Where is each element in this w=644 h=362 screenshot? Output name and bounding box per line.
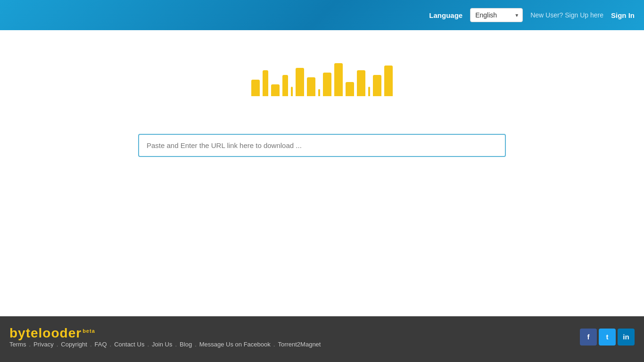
- footer-left: bytelooderbeta Terms . Privacy . Copyrig…: [9, 326, 321, 348]
- footer-dot-3: .: [90, 341, 92, 348]
- language-dropdown-wrapper[interactable]: English Spanish French German Portuguese…: [470, 8, 523, 22]
- footer-dot-2: .: [57, 341, 58, 348]
- footer-link-faq[interactable]: FAQ: [95, 341, 107, 348]
- site-header: Language English Spanish French German P…: [0, 0, 644, 30]
- logo-bar-9: [323, 73, 331, 96]
- footer-links: Terms . Privacy . Copyright . FAQ . Cont…: [9, 341, 321, 348]
- logo-bar-15: [384, 66, 393, 96]
- logo-bar-1: [251, 80, 260, 96]
- logo-animation: [9, 58, 635, 96]
- footer-dot-5: .: [147, 341, 149, 348]
- site-footer: bytelooderbeta Terms . Privacy . Copyrig…: [0, 316, 644, 362]
- logo-bar-7: [307, 77, 315, 96]
- url-input[interactable]: [138, 134, 506, 157]
- logo-bar-13: [368, 87, 370, 96]
- footer-link-privacy[interactable]: Privacy: [33, 341, 54, 348]
- footer-bottom-row: bytelooderbeta Terms . Privacy . Copyrig…: [9, 326, 635, 348]
- footer-link-blog[interactable]: Blog: [180, 341, 192, 348]
- logo-bars: [250, 58, 394, 96]
- footer-link-torrent2magnet[interactable]: Torrent2Magnet: [278, 341, 321, 348]
- logo-bar-11: [346, 82, 354, 96]
- footer-dot-4: .: [110, 341, 112, 348]
- language-select[interactable]: English Spanish French German Portuguese: [470, 8, 523, 22]
- footer-dot-6: .: [175, 341, 177, 348]
- footer-link-facebook-message[interactable]: Message Us on Facebook: [199, 341, 271, 348]
- signin-link[interactable]: Sign In: [611, 11, 635, 19]
- logo-bar-14: [373, 75, 381, 96]
- logo-bar-4: [282, 75, 288, 96]
- url-input-wrapper: [138, 134, 506, 157]
- main-content: [0, 30, 644, 316]
- logo-bar-6: [296, 68, 304, 96]
- logo-bar-5: [291, 87, 293, 96]
- footer-link-contact[interactable]: Contact Us: [114, 341, 144, 348]
- footer-social: f t in: [580, 329, 635, 346]
- facebook-social-button[interactable]: f: [580, 329, 597, 346]
- footer-dot-7: .: [195, 341, 197, 348]
- language-label: Language: [429, 11, 462, 19]
- logo-bar-2: [263, 70, 268, 96]
- footer-link-join[interactable]: Join Us: [152, 341, 172, 348]
- logo-bar-3: [271, 84, 280, 96]
- footer-link-copyright[interactable]: Copyright: [61, 341, 87, 348]
- logo-bar-8: [318, 89, 320, 96]
- logo-bar-12: [357, 70, 365, 96]
- linkedin-social-button[interactable]: in: [618, 329, 635, 346]
- footer-dot-1: .: [29, 341, 31, 348]
- footer-dot-8: .: [273, 341, 275, 348]
- footer-logo: bytelooderbeta: [9, 326, 321, 341]
- footer-link-terms[interactable]: Terms: [9, 341, 26, 348]
- logo-bar-10: [334, 63, 343, 96]
- footer-logo-beta: beta: [83, 328, 95, 334]
- signup-link[interactable]: New User? Sign Up here: [530, 11, 603, 19]
- twitter-social-button[interactable]: t: [599, 329, 616, 346]
